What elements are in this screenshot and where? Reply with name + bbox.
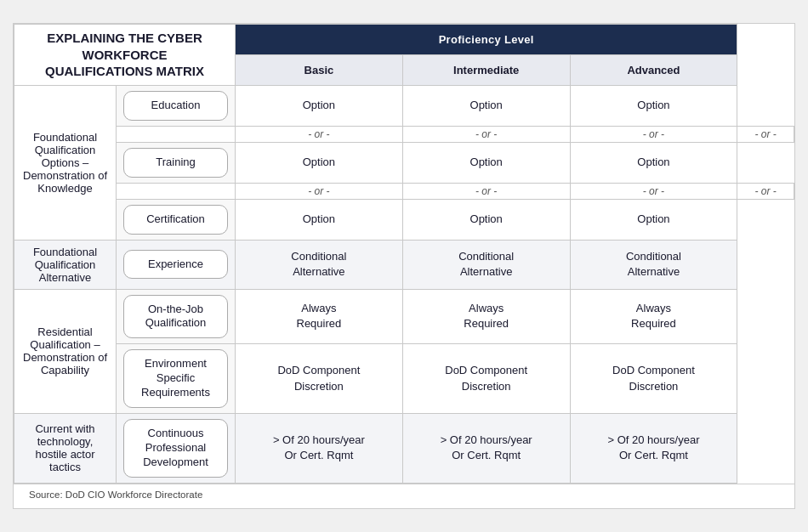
value-cell-intermediate: Always Required [402, 289, 570, 344]
value-cell-advanced: Option [570, 85, 737, 126]
section-label: Residential Qualification – Demonstratio… [14, 289, 117, 413]
table-row: CertificationOptionOptionOption [14, 199, 794, 240]
footer-note: Source: DoD CIO Workforce Directorate [14, 484, 794, 508]
item-box: Experience [123, 250, 228, 280]
value-cell-basic: Conditional Alternative [236, 240, 403, 289]
value-cell-basic: Option [236, 142, 403, 183]
section-label: Foundational Qualification Options – Dem… [14, 85, 117, 240]
value-cell-intermediate: Option [402, 85, 570, 126]
table-row: Foundational Qualification Options – Dem… [14, 85, 794, 126]
item-box-cell: Continuous Professional Development [117, 413, 236, 483]
value-cell-advanced: Option [570, 199, 737, 240]
item-box: Training [123, 148, 228, 178]
item-box-cell: On-the-Job Qualification [117, 289, 236, 344]
main-container: EXPLAINING THE CYBER WORKFORCE QUALIFICA… [13, 23, 795, 508]
table-row: TrainingOptionOptionOption [14, 142, 794, 183]
value-cell-advanced: > Of 20 hours/year Or Cert. Rqmt [570, 413, 737, 483]
value-cell-advanced: Option [570, 142, 737, 183]
item-box-cell: Environment Specific Requirements [117, 344, 236, 414]
section-label: Current with technology, hostile actor t… [14, 413, 117, 483]
header-basic: Basic [236, 55, 403, 86]
value-cell-basic: Option [236, 85, 403, 126]
value-cell-intermediate: Conditional Alternative [402, 240, 570, 289]
matrix-body: Foundational Qualification Options – Dem… [14, 85, 794, 483]
value-cell-intermediate: Option [402, 142, 570, 183]
item-box-cell: Training [117, 142, 236, 183]
header-row-1: EXPLAINING THE CYBER WORKFORCE QUALIFICA… [14, 25, 794, 55]
table-row: Current with technology, hostile actor t… [14, 413, 794, 483]
item-box-cell: Education [117, 85, 236, 126]
table-row: Environment Specific RequirementsDoD Com… [14, 344, 794, 414]
item-box: Education [123, 91, 228, 121]
proficiency-header: Proficiency Level [236, 25, 737, 55]
table-row: Foundational Qualification AlternativeEx… [14, 240, 794, 289]
matrix-table: EXPLAINING THE CYBER WORKFORCE QUALIFICA… [14, 24, 794, 483]
value-cell-basic: DoD Component Discretion [236, 344, 403, 414]
value-cell-advanced: Conditional Alternative [570, 240, 737, 289]
page-title: EXPLAINING THE CYBER WORKFORCE QUALIFICA… [21, 30, 228, 80]
value-cell-intermediate: > Of 20 hours/year Or Cert. Rqmt [402, 413, 570, 483]
item-box: On-the-Job Qualification [123, 295, 228, 339]
value-cell-intermediate: Option [402, 199, 570, 240]
section-label: Foundational Qualification Alternative [14, 240, 117, 289]
value-cell-advanced: DoD Component Discretion [570, 344, 737, 414]
value-cell-advanced: Always Required [570, 289, 737, 344]
item-box-cell: Certification [117, 199, 236, 240]
item-box: Certification [123, 205, 228, 235]
value-cell-basic: Option [236, 199, 403, 240]
table-row: - or -- or -- or -- or - [14, 183, 794, 199]
table-row: - or -- or -- or -- or - [14, 126, 794, 142]
value-cell-basic: Always Required [236, 289, 403, 344]
item-box: Environment Specific Requirements [123, 349, 228, 408]
table-row: Residential Qualification – Demonstratio… [14, 289, 794, 344]
value-cell-intermediate: DoD Component Discretion [402, 344, 570, 414]
header-advanced: Advanced [570, 55, 737, 86]
table-title-cell: EXPLAINING THE CYBER WORKFORCE QUALIFICA… [14, 25, 236, 86]
header-intermediate: Intermediate [402, 55, 570, 86]
value-cell-basic: > Of 20 hours/year Or Cert. Rqmt [236, 413, 403, 483]
item-box: Continuous Professional Development [123, 419, 228, 478]
item-box-cell: Experience [117, 240, 236, 289]
